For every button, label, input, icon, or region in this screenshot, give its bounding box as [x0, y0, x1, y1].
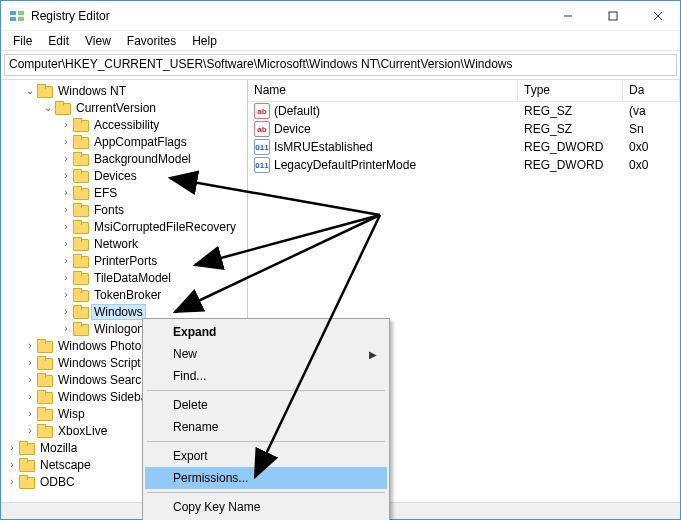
chevron-right-icon[interactable]: › — [23, 339, 37, 353]
folder-icon — [73, 152, 89, 166]
maximize-button[interactable] — [590, 1, 635, 31]
chevron-right-icon[interactable]: › — [59, 288, 73, 302]
tree-item[interactable]: ›TokenBroker — [1, 286, 247, 303]
chevron-right-icon[interactable]: › — [5, 475, 19, 489]
context-menu: Expand New ▶ Find... Delete Rename Expor… — [142, 318, 390, 520]
ctx-new[interactable]: New ▶ — [145, 343, 387, 365]
svg-rect-5 — [609, 12, 617, 20]
ctx-delete[interactable]: Delete — [145, 394, 387, 416]
folder-icon — [37, 424, 53, 438]
chevron-right-icon[interactable]: › — [23, 390, 37, 404]
tree-item[interactable]: ›Accessibility — [1, 116, 247, 133]
chevron-right-icon[interactable]: › — [59, 152, 73, 166]
value-type-icon: 011 — [254, 139, 270, 155]
menu-favorites[interactable]: Favorites — [119, 32, 184, 50]
folder-icon — [73, 271, 89, 285]
folder-icon — [73, 288, 89, 302]
close-button[interactable] — [635, 1, 680, 31]
chevron-right-icon[interactable]: › — [59, 254, 73, 268]
folder-icon — [19, 458, 35, 472]
separator — [147, 390, 385, 391]
menu-file[interactable]: File — [5, 32, 40, 50]
svg-rect-3 — [18, 17, 24, 21]
chevron-right-icon[interactable]: › — [59, 118, 73, 132]
tree-item[interactable]: ›Network — [1, 235, 247, 252]
value-type-icon: 011 — [254, 157, 270, 173]
chevron-right-icon[interactable]: › — [23, 424, 37, 438]
ctx-permissions[interactable]: Permissions... — [145, 467, 387, 489]
column-data[interactable]: Da — [623, 80, 680, 101]
folder-icon — [73, 203, 89, 217]
chevron-right-icon[interactable]: › — [59, 322, 73, 336]
folder-icon — [73, 186, 89, 200]
tree-item[interactable]: ›MsiCorruptedFileRecovery — [1, 218, 247, 235]
chevron-right-icon[interactable]: › — [5, 458, 19, 472]
column-name[interactable]: Name — [248, 80, 518, 101]
tree-item[interactable]: ›BackgroundModel — [1, 150, 247, 167]
folder-icon — [73, 237, 89, 251]
minimize-button[interactable] — [545, 1, 590, 31]
tree-windows-nt[interactable]: ⌄ Windows NT — [1, 82, 247, 99]
folder-icon — [73, 220, 89, 234]
folder-icon — [73, 305, 89, 319]
list-body: ab(Default)REG_SZ(vaabDeviceREG_SZSn011I… — [248, 102, 680, 174]
chevron-right-icon[interactable]: › — [23, 373, 37, 387]
separator — [147, 441, 385, 442]
svg-rect-0 — [10, 11, 16, 15]
chevron-right-icon[interactable]: › — [23, 356, 37, 370]
chevron-right-icon[interactable]: › — [59, 169, 73, 183]
folder-icon — [55, 101, 71, 115]
folder-icon — [19, 475, 35, 489]
ctx-find[interactable]: Find... — [145, 365, 387, 387]
chevron-right-icon[interactable]: › — [23, 407, 37, 421]
chevron-right-icon[interactable]: › — [59, 135, 73, 149]
value-row[interactable]: ab(Default)REG_SZ(va — [248, 102, 680, 120]
ctx-expand[interactable]: Expand — [145, 321, 387, 343]
folder-icon — [37, 390, 53, 404]
window-title: Registry Editor — [31, 9, 545, 23]
value-row[interactable]: abDeviceREG_SZSn — [248, 120, 680, 138]
tree-item[interactable]: ›Devices — [1, 167, 247, 184]
svg-rect-1 — [10, 17, 16, 21]
chevron-right-icon[interactable]: › — [59, 271, 73, 285]
value-row[interactable]: 011IsMRUEstablishedREG_DWORD0x0 — [248, 138, 680, 156]
chevron-right-icon[interactable]: › — [59, 305, 73, 319]
chevron-right-icon[interactable]: › — [59, 220, 73, 234]
folder-icon — [37, 339, 53, 353]
value-row[interactable]: 011LegacyDefaultPrinterModeREG_DWORD0x0 — [248, 156, 680, 174]
folder-icon — [37, 373, 53, 387]
ctx-rename[interactable]: Rename — [145, 416, 387, 438]
chevron-right-icon: ▶ — [369, 349, 377, 360]
list-header: Name Type Da — [248, 80, 680, 102]
chevron-right-icon[interactable]: › — [59, 237, 73, 251]
menu-view[interactable]: View — [77, 32, 119, 50]
chevron-right-icon[interactable]: › — [59, 186, 73, 200]
app-icon — [9, 8, 25, 24]
titlebar: Registry Editor — [1, 1, 680, 31]
tree-currentversion[interactable]: ⌄ CurrentVersion — [1, 99, 247, 116]
value-type-icon: ab — [254, 103, 270, 119]
tree-item[interactable]: ›PrinterPorts — [1, 252, 247, 269]
folder-icon — [19, 441, 35, 455]
tree-item[interactable]: ›TileDataModel — [1, 269, 247, 286]
chevron-right-icon[interactable]: › — [59, 203, 73, 217]
folder-icon — [73, 254, 89, 268]
tree-item[interactable]: ›Fonts — [1, 201, 247, 218]
column-type[interactable]: Type — [518, 80, 623, 101]
chevron-down-icon[interactable]: ⌄ — [23, 84, 37, 98]
menubar: File Edit View Favorites Help — [1, 31, 680, 51]
address-bar[interactable]: Computer\HKEY_CURRENT_USER\Software\Micr… — [4, 54, 677, 76]
folder-icon — [37, 407, 53, 421]
svg-rect-2 — [18, 11, 24, 15]
folder-icon — [73, 118, 89, 132]
ctx-export[interactable]: Export — [145, 445, 387, 467]
tree-item[interactable]: ›EFS — [1, 184, 247, 201]
menu-edit[interactable]: Edit — [40, 32, 77, 50]
folder-icon — [37, 84, 53, 98]
tree-item[interactable]: ›AppCompatFlags — [1, 133, 247, 150]
folder-icon — [73, 135, 89, 149]
chevron-right-icon[interactable]: › — [5, 441, 19, 455]
menu-help[interactable]: Help — [184, 32, 225, 50]
chevron-down-icon[interactable]: ⌄ — [41, 101, 55, 115]
ctx-copy-key-name[interactable]: Copy Key Name — [145, 496, 387, 518]
